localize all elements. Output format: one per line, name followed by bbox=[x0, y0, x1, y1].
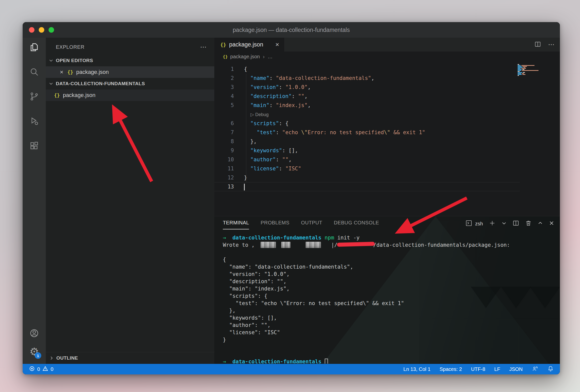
code-line[interactable]: 1{ bbox=[214, 65, 520, 74]
line-number: 7 bbox=[214, 128, 234, 137]
code-line[interactable]: 7 "test": "echo \"Error: no test specifi… bbox=[214, 128, 520, 137]
line-content: "keywords": [], bbox=[244, 146, 298, 155]
code-line[interactable]: 3 "version": "1.0.0", bbox=[214, 83, 520, 92]
activity-run-debug-button[interactable] bbox=[28, 116, 40, 128]
code-line[interactable]: 8 }, bbox=[214, 137, 520, 146]
notifications-bell-icon[interactable] bbox=[547, 365, 554, 373]
breadcrumb-more[interactable]: … bbox=[268, 54, 273, 60]
vscode-window: package.json — data-collection-fundament… bbox=[23, 22, 560, 374]
chevron-down-icon bbox=[49, 58, 53, 63]
code-line[interactable]: 2 "name": "data-collection-fundamentals"… bbox=[214, 74, 520, 83]
new-terminal-icon[interactable] bbox=[489, 220, 495, 227]
code-editor[interactable]: 1{2 "name": "data-collection-fundamental… bbox=[214, 62, 560, 216]
minimap-row bbox=[516, 75, 549, 76]
minimap[interactable] bbox=[516, 64, 549, 76]
activity-source-control-button[interactable] bbox=[28, 91, 40, 103]
editor-tab-strip: {} package.json × ⋯ bbox=[214, 38, 560, 52]
code-line[interactable]: 10 "author": "", bbox=[214, 155, 520, 164]
terminal-line bbox=[223, 351, 510, 358]
line-number: 1 bbox=[214, 65, 234, 74]
settings-badge: 1 bbox=[35, 352, 41, 359]
breadcrumb-file[interactable]: package.json bbox=[230, 54, 260, 60]
minimap-row bbox=[516, 66, 549, 67]
tab-terminal[interactable]: TERMINAL bbox=[223, 220, 249, 229]
redaction-blur bbox=[306, 242, 321, 248]
sidebar-more-actions-button[interactable]: ⋯ bbox=[200, 43, 207, 51]
open-editors-section-header[interactable]: OPEN EDITORS bbox=[46, 55, 214, 66]
folder-section-header[interactable]: DATA-COLLECTION-FUNDAMENTALS bbox=[46, 78, 214, 89]
language-mode[interactable]: JSON bbox=[509, 366, 523, 372]
line-content: "scripts": { bbox=[244, 119, 288, 128]
folder-name-label: DATA-COLLECTION-FUNDAMENTALS bbox=[56, 81, 145, 86]
close-tab-icon[interactable]: × bbox=[275, 41, 279, 48]
line-content: "test": "echo \"Error: no test specified… bbox=[244, 128, 425, 137]
more-actions-icon[interactable]: ⋯ bbox=[548, 41, 555, 48]
close-panel-icon[interactable] bbox=[549, 220, 554, 227]
code-line[interactable]: 12} bbox=[214, 173, 520, 182]
sidebar-title-row: EXPLORER ⋯ bbox=[46, 38, 214, 55]
redaction-blur bbox=[281, 242, 291, 248]
line-content: { bbox=[244, 65, 247, 74]
activity-explorer-button[interactable] bbox=[28, 42, 40, 54]
terminal-line bbox=[223, 344, 510, 351]
status-bar: 0 0 Ln 13, Col 1 Spaces: 2 UTF-8 LF JSON bbox=[23, 364, 560, 374]
terminal-output[interactable]: → data-collection-fundamentals npm init … bbox=[223, 234, 510, 364]
terminal-watermark bbox=[530, 287, 560, 308]
titlebar: package.json — data-collection-fundament… bbox=[23, 22, 560, 38]
line-number: 4 bbox=[214, 92, 234, 101]
activity-settings-button[interactable]: ⚙ 1 bbox=[28, 346, 40, 358]
code-line[interactable]: 6 "scripts": { bbox=[214, 119, 520, 128]
indentation[interactable]: Spaces: 2 bbox=[440, 366, 462, 372]
tab-problems[interactable]: PROBLEMS bbox=[261, 220, 289, 229]
code-line[interactable]: 13 bbox=[214, 182, 520, 191]
line-content: "description": "", bbox=[244, 92, 308, 101]
tab-output[interactable]: OUTPUT bbox=[301, 220, 322, 229]
breadcrumb[interactable]: {} package.json › … bbox=[214, 52, 560, 62]
code-line[interactable]: 11 "license": "ISC" bbox=[214, 164, 520, 173]
maximize-panel-icon[interactable] bbox=[538, 221, 543, 227]
encoding[interactable]: UTF-8 bbox=[471, 366, 485, 372]
warnings-icon bbox=[43, 366, 48, 373]
split-editor-icon[interactable] bbox=[534, 41, 541, 48]
line-number: 11 bbox=[214, 164, 234, 173]
feedback-icon[interactable] bbox=[532, 365, 538, 373]
tab-debug-console[interactable]: DEBUG CONSOLE bbox=[334, 220, 379, 229]
outline-section-header[interactable]: OUTLINE bbox=[46, 352, 214, 364]
terminal-line: } bbox=[223, 336, 510, 344]
minimap-row bbox=[516, 73, 549, 74]
terminal-line: "description": "", bbox=[223, 278, 510, 285]
extensions-icon bbox=[29, 141, 39, 152]
line-number: 8 bbox=[214, 137, 234, 146]
code-line[interactable]: 5 "main": "index.js", bbox=[214, 101, 520, 110]
problems-status[interactable]: 0 0 bbox=[29, 366, 53, 373]
terminal-line: "license": "ISC" bbox=[223, 329, 510, 336]
tab-package-json[interactable]: {} package.json × bbox=[214, 38, 284, 52]
close-editor-icon[interactable]: × bbox=[60, 69, 63, 76]
launch-profile-chevron-icon[interactable] bbox=[502, 221, 507, 227]
code-line[interactable]: 4 "description": "", bbox=[214, 92, 520, 101]
line-content: "license": "ISC" bbox=[244, 164, 301, 173]
debug-codelens[interactable]: ▷ Debug bbox=[244, 112, 269, 117]
terminal-line: { bbox=[223, 256, 510, 263]
activity-search-button[interactable] bbox=[28, 66, 40, 78]
terminal-line bbox=[223, 249, 510, 256]
eol-sequence[interactable]: LF bbox=[494, 366, 500, 372]
file-item-package-json[interactable]: {} package.json bbox=[46, 89, 214, 101]
activity-bar: ⚙ 1 bbox=[23, 38, 46, 364]
kill-terminal-icon[interactable] bbox=[525, 220, 532, 227]
line-number: 9 bbox=[214, 146, 234, 155]
chevron-right-icon: › bbox=[263, 54, 265, 60]
panel-tabs: TERMINAL PROBLEMS OUTPUT DEBUG CONSOLE bbox=[223, 220, 379, 229]
activity-extensions-button[interactable] bbox=[28, 140, 40, 152]
open-editor-item-package-json[interactable]: × {} package.json bbox=[46, 66, 214, 78]
terminal-actions: zsh bbox=[466, 220, 554, 227]
search-icon bbox=[29, 67, 39, 78]
codelens-row[interactable]: ▷ Debug bbox=[214, 110, 520, 119]
minimap-row bbox=[516, 74, 549, 75]
cursor-position[interactable]: Ln 13, Col 1 bbox=[403, 366, 431, 372]
line-number: 12 bbox=[214, 173, 234, 182]
code-line[interactable]: 9 "keywords": [], bbox=[214, 146, 520, 155]
terminal-line: }, bbox=[223, 307, 510, 314]
split-terminal-icon[interactable] bbox=[513, 220, 519, 227]
activity-account-button[interactable] bbox=[28, 328, 40, 340]
